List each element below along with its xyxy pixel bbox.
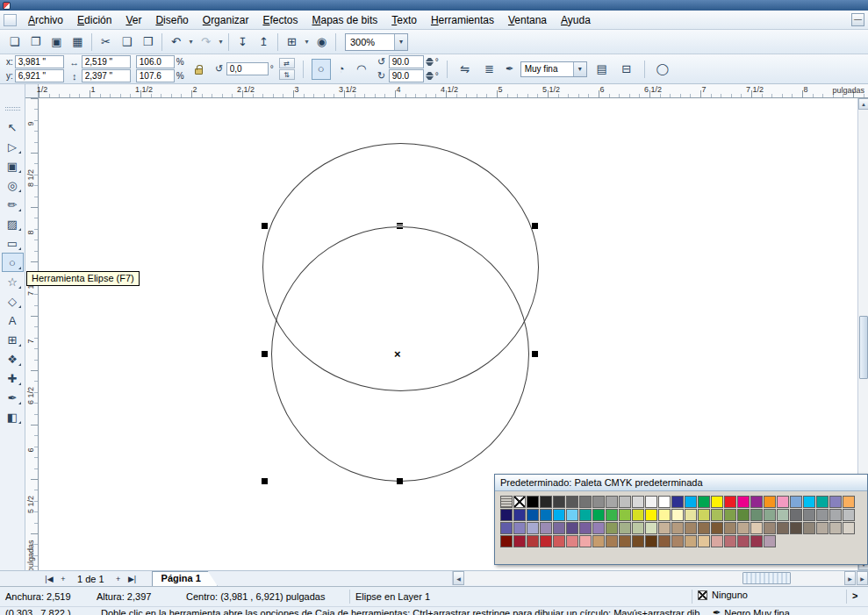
launcher-dropdown-arrow-icon[interactable] <box>303 32 311 52</box>
palette-color-swatch[interactable] <box>803 509 815 521</box>
palette-color-swatch[interactable] <box>816 522 829 534</box>
new-button[interactable]: ❏ <box>4 32 25 52</box>
palette-color-swatch[interactable] <box>750 509 763 521</box>
fill-tool[interactable]: ◧ <box>2 407 24 426</box>
pie-mode-button[interactable]: ◔ <box>332 59 351 80</box>
palette-color-swatch[interactable] <box>790 522 802 534</box>
palette-color-swatch[interactable] <box>829 496 842 508</box>
add-page-before-button[interactable]: + <box>56 572 70 585</box>
x-position-field[interactable] <box>15 55 64 68</box>
palette-color-swatch[interactable] <box>737 509 750 521</box>
save-button[interactable]: ▣ <box>47 32 67 52</box>
palette-color-swatch[interactable] <box>737 535 750 547</box>
palette-color-swatch[interactable] <box>737 496 750 508</box>
palette-color-swatch[interactable] <box>619 535 631 547</box>
scale-h-field[interactable] <box>136 55 175 68</box>
palette-color-swatch[interactable] <box>724 535 736 547</box>
palette-color-swatch[interactable] <box>579 496 592 508</box>
palette-color-swatch[interactable] <box>632 496 644 508</box>
palette-color-swatch[interactable] <box>606 496 618 508</box>
palette-color-swatch[interactable] <box>592 509 605 521</box>
palette-color-swatch[interactable] <box>698 522 710 534</box>
table-tool[interactable]: ⊞ <box>2 330 24 349</box>
palette-color-swatch[interactable] <box>685 535 697 547</box>
palette-color-swatch[interactable] <box>750 522 763 534</box>
menu-efectos[interactable]: Efectos <box>255 11 305 29</box>
palette-color-swatch[interactable] <box>724 509 736 521</box>
palette-options-cell[interactable] <box>500 496 513 508</box>
print-button[interactable]: ▦ <box>68 32 88 52</box>
palette-color-swatch[interactable] <box>527 496 539 508</box>
polygon-tool[interactable]: ☆ <box>2 272 24 291</box>
rotation-field[interactable] <box>226 62 269 75</box>
palette-color-swatch[interactable] <box>658 535 671 547</box>
menu-herramientas[interactable]: Herramientas <box>424 11 501 29</box>
spinner-icon[interactable] <box>426 70 434 82</box>
palette-color-swatch[interactable] <box>685 509 697 521</box>
menu-archivo[interactable]: Archivo <box>21 11 70 29</box>
palette-color-swatch[interactable] <box>843 509 855 521</box>
palette-color-swatch[interactable] <box>685 496 697 508</box>
palette-color-swatch[interactable] <box>606 522 618 534</box>
palette-color-swatch[interactable] <box>632 535 644 547</box>
palette-color-swatch[interactable] <box>579 522 592 534</box>
palette-color-swatch[interactable] <box>764 509 776 521</box>
cut-button[interactable]: ✂ <box>96 32 116 52</box>
zoom-tool[interactable]: ◎ <box>2 175 24 195</box>
palette-color-swatch[interactable] <box>843 522 855 534</box>
first-page-button[interactable]: |◀ <box>42 572 56 585</box>
mirror-vertical-button[interactable]: ⇅ <box>279 69 295 80</box>
shape-tool[interactable]: ▷ <box>2 137 24 156</box>
palette-color-swatch[interactable] <box>540 535 552 547</box>
vertical-scrollbar-thumb[interactable] <box>859 316 868 379</box>
palette-color-swatch[interactable] <box>843 496 855 508</box>
palette-color-swatch[interactable] <box>540 496 552 508</box>
palette-color-swatch[interactable] <box>671 496 684 508</box>
palette-color-swatch[interactable] <box>527 509 539 521</box>
palette-color-swatch[interactable] <box>816 496 829 508</box>
palette-no-color-swatch[interactable] <box>513 496 526 508</box>
menu-ventana[interactable]: Ventana <box>501 11 554 29</box>
palette-color-swatch[interactable] <box>566 496 578 508</box>
palette-color-swatch[interactable] <box>500 535 513 547</box>
redo-dropdown-arrow-icon[interactable] <box>217 32 225 52</box>
selection-handle-top-center[interactable] <box>397 223 403 229</box>
selection-handle-bottom-center[interactable] <box>397 478 403 484</box>
ellipse-mode-button[interactable]: ○ <box>312 59 331 80</box>
horizontal-scrollbar[interactable] <box>452 571 856 585</box>
palette-color-swatch[interactable] <box>816 509 829 521</box>
palette-color-swatch[interactable] <box>513 509 526 521</box>
change-direction-button[interactable]: ⇋ <box>456 59 475 80</box>
height-field[interactable] <box>82 69 131 82</box>
palette-color-swatch[interactable] <box>750 496 763 508</box>
page-tab[interactable]: Página 1 <box>152 571 218 586</box>
vertical-ruler[interactable]: 9 8 1/2 8 7 1/2 7 6 1/2 6 5 1/2 pulgadas <box>25 98 39 570</box>
last-page-button[interactable]: ▶| <box>126 572 140 585</box>
corel-online-button[interactable]: ◉ <box>312 32 332 52</box>
selection-center-icon[interactable]: × <box>394 347 401 361</box>
palette-color-swatch[interactable] <box>671 535 684 547</box>
menu-edicion[interactable]: Edición <box>70 11 118 29</box>
scroll-left-arrow-icon[interactable] <box>453 571 464 585</box>
selection-handle-top-right[interactable] <box>532 223 538 229</box>
palette-color-swatch[interactable] <box>790 496 802 508</box>
ellipse-tool[interactable]: ○ <box>2 253 24 272</box>
arc-end-field[interactable] <box>389 69 424 82</box>
palette-color-swatch[interactable] <box>671 509 684 521</box>
paste-button[interactable]: ❒ <box>138 32 158 52</box>
scrollbar-corner-button[interactable] <box>857 571 868 585</box>
selection-handle-top-left[interactable] <box>262 223 268 229</box>
palette-color-swatch[interactable] <box>553 535 565 547</box>
palette-color-swatch[interactable] <box>606 509 618 521</box>
arc-mode-button[interactable]: ◠ <box>352 59 371 80</box>
palette-color-swatch[interactable] <box>711 535 723 547</box>
chevron-down-icon[interactable] <box>394 34 407 50</box>
menu-mapas-de-bits[interactable]: Mapas de bits <box>305 11 385 29</box>
lock-ratio-button[interactable] <box>190 59 209 80</box>
palette-color-swatch[interactable] <box>645 522 657 534</box>
width-field[interactable] <box>82 55 131 68</box>
undo-button[interactable]: ↶ <box>166 32 186 52</box>
palette-color-swatch[interactable] <box>698 535 710 547</box>
palette-color-swatch[interactable] <box>513 522 526 534</box>
palette-color-swatch[interactable] <box>645 496 657 508</box>
